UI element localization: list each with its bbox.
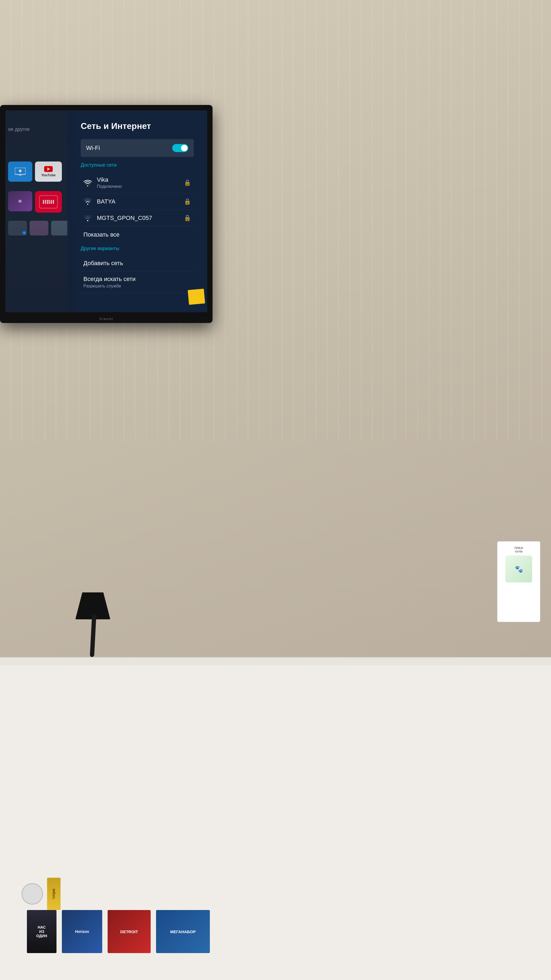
network-batya-name: BATYA <box>97 198 184 205</box>
add-network-label: Добавить сеть <box>83 260 191 267</box>
book-1-title: НАСИЗОДИН <box>35 924 49 939</box>
always-search-item[interactable]: Всегда искать сети Разрешить службе <box>81 271 194 293</box>
network-batya-info: BATYA <box>97 198 184 205</box>
thumb-2 <box>30 221 48 235</box>
lock-icon-mgts: 🔒 <box>184 215 191 221</box>
always-search-label: Всегда искать сети <box>83 275 191 283</box>
wifi-signal-low-icon <box>83 214 92 222</box>
wifi-signal-medium-icon <box>83 198 92 205</box>
shelf-top <box>0 657 551 665</box>
lock-icon-batya: 🔒 <box>184 198 191 205</box>
tv-frame: ое другое YouTube <box>0 105 213 323</box>
book-4-title: МЕГАНАБОР <box>169 927 197 937</box>
tv-brand-label: Xiaomi <box>99 317 113 321</box>
ivi-app-icon[interactable]: ИВИ <box>35 191 62 213</box>
youtube-play-icon <box>44 166 53 172</box>
network-vika-info: Vika Подключено <box>97 176 184 189</box>
tv-app-icon[interactable] <box>8 161 32 182</box>
app-icons-row-2: IE ИВИ <box>8 191 62 213</box>
book-1: НАСИЗОДИН <box>27 910 57 953</box>
medicine-text: ПРАЗІсуспр <box>514 546 523 553</box>
book-2-title: Horizon <box>74 927 91 936</box>
yellow-sticker <box>188 288 205 305</box>
add-network-item[interactable]: Добавить сеть <box>81 255 194 271</box>
movie-app-icon[interactable]: IE <box>8 191 32 211</box>
thumb-1: 6 <box>8 221 27 235</box>
wifi-signal-full-icon <box>83 179 92 186</box>
book-3: DETROIT <box>108 910 151 953</box>
lock-icon-vika: 🔒 <box>184 179 191 186</box>
settings-panel: Сеть и Интернет Wi-Fi Доступные сети <box>67 110 207 312</box>
network-mgts-name: MGTS_GPON_C057 <box>97 215 184 221</box>
ivi-logo: ИВИ <box>39 195 58 208</box>
shelf-bottom-items: ТУРДИЕ <box>22 878 60 910</box>
network-item-batya[interactable]: BATYA 🔒 <box>81 194 194 210</box>
tv-left-panel: ое другое YouTube <box>5 110 75 312</box>
small-book-spine: ТУРДИЕ <box>47 878 60 910</box>
youtube-label: YouTube <box>41 173 56 177</box>
book-2: Horizon <box>62 910 102 953</box>
wifi-toggle-row[interactable]: Wi-Fi <box>81 139 194 157</box>
wifi-label: Wi-Fi <box>86 145 100 151</box>
youtube-app-icon[interactable]: YouTube <box>35 161 62 182</box>
network-vika-name: Vika <box>97 176 184 183</box>
other-options-header: Другие варианты <box>81 246 194 251</box>
tv-screen: ое другое YouTube <box>5 110 207 312</box>
thumbnails-row: 6 <box>8 221 70 235</box>
tv-left-label: ое другое <box>8 127 30 132</box>
tv-icon <box>15 168 25 176</box>
network-item-vika[interactable]: Vika Подключено 🔒 <box>81 172 194 194</box>
show-all-button[interactable]: Показать все <box>81 226 194 243</box>
shelf: НАСИЗОДИН Horizon DETROIT МЕГАНАБОР ТУРД… <box>0 657 551 980</box>
toggle-knob <box>181 145 187 151</box>
book-3-title: DETROIT <box>119 927 139 937</box>
books-section: НАСИЗОДИН Horizon DETROIT МЕГАНАБОР <box>27 910 210 953</box>
available-networks-header: Доступные сети <box>81 162 194 168</box>
settings-title: Сеть и Интернет <box>81 121 194 131</box>
wifi-toggle[interactable] <box>172 144 188 152</box>
always-search-sublabel: Разрешить службе <box>83 284 191 288</box>
shelf-right-medicine: ПРАЗІсуспр 🐾 <box>497 541 540 622</box>
svg-point-1 <box>19 170 22 172</box>
network-mgts-info: MGTS_GPON_C057 <box>97 215 184 221</box>
app-icons-row-1: YouTube <box>8 161 62 182</box>
book-4: МЕГАНАБОР <box>156 910 210 953</box>
small-disc-item <box>22 883 43 905</box>
network-vika-status: Подключено <box>97 184 184 189</box>
network-item-mgts[interactable]: MGTS_GPON_C057 🔒 <box>81 210 194 226</box>
